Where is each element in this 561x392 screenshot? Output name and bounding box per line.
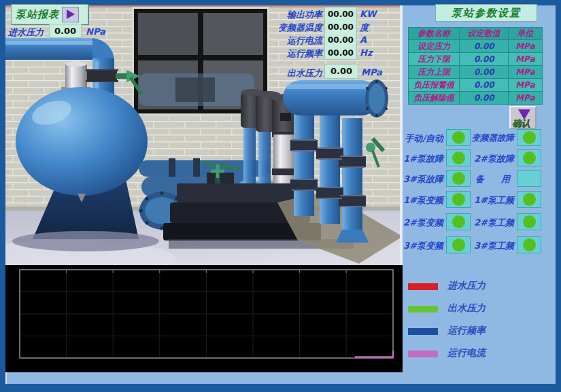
status-lamp	[523, 238, 536, 251]
indicator-label-pump2-vfd: 2#泵变频	[392, 217, 443, 229]
legend-label-run-frequency: 运行频率	[447, 325, 486, 337]
trend-chart	[5, 265, 403, 372]
status-lamp	[523, 215, 536, 228]
inlet-pressure-label: 进水压力	[8, 26, 44, 39]
param-name: 压力下限	[409, 53, 460, 66]
legend-swatch-inlet-pressure	[408, 283, 438, 290]
legend-label-inlet-pressure: 进水压力	[447, 280, 486, 292]
run-frequency-label: 运行频率	[271, 48, 322, 60]
run-frequency-unit: Hz	[360, 48, 372, 58]
param-name: 设定压力	[409, 40, 460, 53]
hmi-screen: 泵站报表 进水压力 0.00 NPa 输出功率 00.00 KW 变频器温度 0…	[0, 0, 561, 392]
confirm-button-label: 确认	[512, 118, 530, 130]
pipe-coupling	[86, 69, 118, 82]
lamp-pump3-mains	[517, 236, 541, 253]
indicator-label-pump1-vfd: 1#泵变频	[392, 194, 443, 207]
output-power-unit: KW	[360, 9, 376, 19]
indicator-label-pump3-mains: 3#泵工频	[461, 240, 514, 252]
table-row: 压力上限 0.00 MPa	[409, 66, 543, 79]
indicator-label-manual-auto: 手动/自动	[392, 132, 443, 145]
table-row: 负压解除值 0.00 MPa	[409, 92, 543, 105]
table-row: 设定压力 0.00 MPa	[409, 40, 543, 53]
inlet-pressure-value: 0.00	[49, 24, 82, 38]
outlet-pressure-value: 0.00	[324, 64, 358, 79]
lamp-pump2-fault	[517, 149, 541, 166]
legend-swatch-outlet-pressure	[408, 306, 438, 313]
param-unit: MPa	[509, 40, 543, 53]
play-icon[interactable]	[62, 7, 79, 22]
lamp-pump2-mains	[517, 213, 541, 230]
param-name: 负压报警值	[409, 79, 460, 92]
outlet-pressure-unit: MPa	[361, 67, 382, 77]
report-button-label: 泵站报表	[16, 8, 59, 21]
param-name: 负压解除值	[409, 92, 460, 105]
settings-table: 参数名称 设定数值 单位 设定压力 0.00 MPa 压力下限 0.00 MPa…	[408, 27, 543, 105]
param-name: 压力上限	[409, 66, 460, 79]
legend-swatch-run-current	[408, 351, 438, 357]
report-button[interactable]: 泵站报表	[11, 4, 88, 24]
param-value-input[interactable]: 0.00	[460, 92, 509, 105]
run-current-label: 运行电流	[271, 35, 322, 47]
col-param-name: 参数名称	[409, 28, 460, 40]
param-value-input[interactable]: 0.00	[460, 53, 509, 66]
status-lamp	[523, 131, 536, 144]
indicator-label-pump1-mains: 1#泵工频	[461, 194, 514, 207]
table-row: 负压报警值 0.00 MPa	[409, 79, 543, 92]
param-unit: MPa	[509, 79, 543, 92]
output-power-value: 00.00	[324, 8, 357, 21]
lamp-pump1-mains	[517, 191, 541, 208]
status-lamp	[523, 193, 536, 206]
run-current-value: 00.00	[324, 34, 357, 47]
indicator-label-vfd-fault: 变频器故障	[461, 132, 514, 144]
outlet-pressure-label: 出水压力	[272, 67, 322, 79]
inverter-temp-value: 00.00	[324, 21, 357, 34]
confirm-button[interactable]: 确认	[509, 106, 537, 129]
legend-label-outlet-pressure: 出水压力	[447, 302, 486, 315]
param-value-input[interactable]: 0.00	[460, 40, 509, 53]
param-value-input[interactable]: 0.00	[460, 79, 509, 92]
run-frequency-value: 00.00	[324, 47, 357, 60]
legend-label-run-current: 运行电流	[447, 347, 486, 359]
lamp-vfd-fault	[517, 129, 541, 146]
lamp-spare-empty	[517, 170, 541, 187]
indicator-label-pump1-fault: 1#泵故障	[392, 153, 443, 165]
table-row: 压力下限 0.00 MPa	[409, 53, 543, 66]
indicator-label-pump2-fault: 2#泵故障	[461, 153, 514, 165]
indicator-label-pump3-fault: 3#泵故障	[392, 173, 443, 185]
inverter-temp-label: 变频器温度	[271, 22, 322, 34]
settings-panel-title: 泵站参数设置	[435, 4, 537, 22]
settings-header-row: 参数名称 设定数值 单位	[409, 28, 543, 40]
run-current-unit: A	[360, 35, 367, 45]
param-unit: MPa	[509, 53, 543, 66]
param-unit: MPa	[509, 66, 543, 79]
output-power-label: 输出功率	[271, 9, 322, 21]
indicator-label-pump3-vfd: 3#泵变频	[392, 240, 443, 252]
col-unit: 单位	[509, 28, 543, 40]
col-set-value: 设定数值	[460, 28, 509, 40]
indicator-label-spare: 备 用	[461, 173, 514, 185]
inverter-temp-unit: 度	[360, 22, 369, 34]
legend-swatch-run-frequency	[408, 328, 438, 335]
inlet-pressure-unit: NPa	[86, 26, 105, 37]
indicator-label-pump2-mains: 2#泵工频	[461, 217, 514, 229]
param-unit: MPa	[509, 92, 543, 105]
param-value-input[interactable]: 0.00	[460, 66, 509, 79]
status-lamp	[523, 152, 536, 164]
